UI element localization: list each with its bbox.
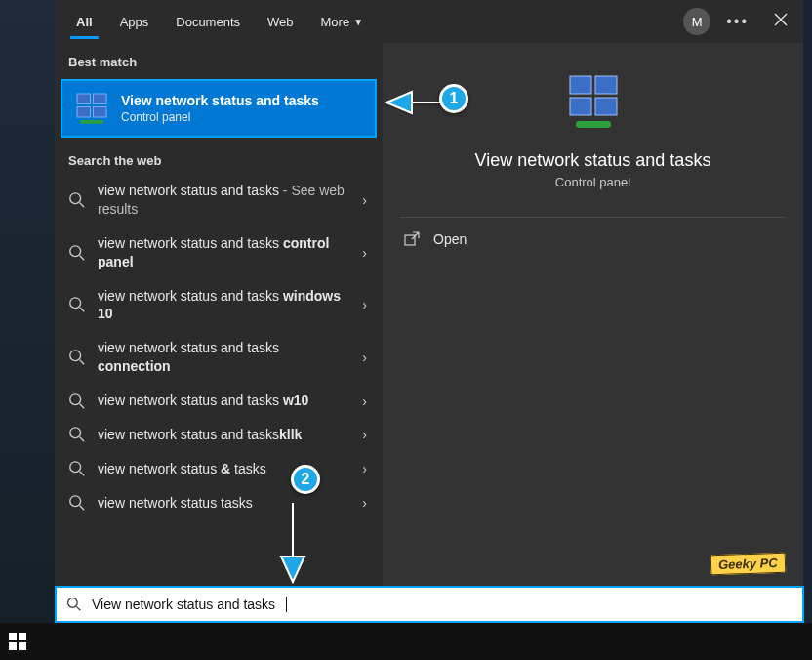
- chevron-right-icon[interactable]: ›: [358, 461, 371, 476]
- open-external-icon: [404, 231, 420, 247]
- chevron-right-icon[interactable]: ›: [358, 393, 371, 409]
- search-tabs: All Apps Documents Web More ▼ M •••: [55, 0, 803, 43]
- web-result[interactable]: view network status and tasks control pa…: [55, 227, 383, 279]
- svg-rect-26: [595, 98, 617, 115]
- svg-rect-6: [80, 120, 103, 124]
- more-options-button[interactable]: •••: [722, 9, 752, 34]
- search-input-value: View network status and tasks: [92, 597, 275, 612]
- svg-line-12: [80, 308, 85, 312]
- search-icon: [68, 460, 86, 477]
- chevron-right-icon[interactable]: ›: [358, 495, 371, 511]
- svg-point-19: [70, 462, 81, 473]
- svg-rect-3: [94, 94, 107, 104]
- open-action[interactable]: Open: [383, 218, 803, 261]
- svg-point-11: [70, 298, 81, 309]
- annotation-badge-1: 1: [439, 84, 468, 113]
- svg-point-17: [70, 428, 81, 438]
- search-icon: [68, 426, 86, 443]
- best-match-item[interactable]: View network status and tasks Control pa…: [61, 79, 377, 138]
- svg-rect-31: [9, 633, 17, 640]
- network-sharing-icon: [74, 91, 109, 126]
- watermark-badge: Geeky PC: [710, 553, 786, 576]
- search-icon: [68, 191, 86, 209]
- results-list: Best match View network status and tasks…: [55, 43, 383, 586]
- svg-rect-33: [9, 642, 17, 650]
- web-result[interactable]: view network status & tasks ›: [55, 452, 383, 486]
- web-result[interactable]: view network status and tasks w10 ›: [55, 384, 383, 418]
- start-button[interactable]: [8, 632, 27, 651]
- svg-rect-32: [19, 633, 26, 640]
- svg-rect-24: [595, 76, 617, 94]
- svg-line-14: [80, 360, 85, 365]
- close-button[interactable]: [764, 7, 797, 36]
- close-icon: [774, 13, 788, 26]
- svg-point-7: [70, 193, 81, 204]
- section-search-web: Search the web: [55, 142, 383, 174]
- svg-rect-4: [77, 107, 91, 118]
- svg-line-20: [80, 472, 85, 476]
- search-input[interactable]: View network status and tasks: [55, 586, 804, 623]
- svg-rect-25: [570, 98, 591, 115]
- svg-rect-23: [570, 76, 591, 94]
- tab-documents[interactable]: Documents: [162, 0, 254, 43]
- search-icon: [68, 349, 86, 366]
- svg-rect-27: [576, 121, 611, 128]
- svg-point-13: [70, 351, 81, 361]
- svg-point-29: [68, 598, 78, 608]
- detail-title: View network status and tasks: [402, 150, 784, 171]
- annotation-arrow-icon: [264, 498, 322, 586]
- user-avatar[interactable]: M: [683, 8, 710, 35]
- svg-line-18: [80, 437, 85, 442]
- svg-point-15: [70, 393, 81, 404]
- desktop-background-strip: [0, 0, 55, 623]
- search-icon: [68, 296, 86, 313]
- network-sharing-icon: [562, 70, 625, 133]
- svg-point-9: [70, 245, 81, 256]
- tab-more-label: More: [321, 15, 350, 29]
- svg-line-16: [80, 403, 85, 408]
- svg-rect-34: [19, 642, 26, 650]
- best-match-subtitle: Control panel: [121, 110, 363, 124]
- search-icon: [68, 244, 86, 262]
- svg-line-22: [80, 506, 85, 511]
- section-best-match: Best match: [55, 43, 383, 75]
- svg-line-10: [80, 255, 85, 260]
- tab-web[interactable]: Web: [254, 0, 307, 43]
- chevron-right-icon[interactable]: ›: [358, 192, 371, 208]
- chevron-down-icon: ▼: [353, 17, 363, 27]
- detail-subtitle: Control panel: [402, 175, 784, 189]
- web-result[interactable]: view network status and tasks - See web …: [55, 174, 383, 227]
- tab-more[interactable]: More ▼: [307, 0, 378, 43]
- svg-point-21: [70, 496, 81, 507]
- chevron-right-icon[interactable]: ›: [358, 350, 371, 365]
- search-icon: [68, 494, 86, 512]
- tab-all[interactable]: All: [62, 0, 106, 43]
- search-icon: [68, 392, 86, 410]
- chevron-right-icon[interactable]: ›: [358, 245, 371, 261]
- svg-rect-2: [77, 94, 91, 104]
- svg-rect-28: [405, 235, 415, 245]
- svg-rect-5: [94, 107, 107, 118]
- svg-line-30: [76, 606, 80, 610]
- chevron-right-icon[interactable]: ›: [358, 297, 371, 312]
- best-match-title: View network status and tasks: [121, 93, 363, 108]
- svg-line-8: [80, 203, 85, 208]
- annotation-badge-2: 2: [291, 465, 320, 494]
- chevron-right-icon[interactable]: ›: [358, 427, 371, 442]
- web-result[interactable]: view network status and tasks windows 10…: [55, 279, 383, 332]
- web-result[interactable]: view network status tasks ›: [55, 486, 383, 520]
- open-label: Open: [433, 231, 467, 247]
- tab-apps[interactable]: Apps: [106, 0, 163, 43]
- search-icon: [66, 597, 82, 612]
- web-result[interactable]: view network status and tasks connection…: [55, 331, 383, 384]
- taskbar: [0, 623, 812, 660]
- web-result[interactable]: view network status and taskskllk ›: [55, 418, 383, 452]
